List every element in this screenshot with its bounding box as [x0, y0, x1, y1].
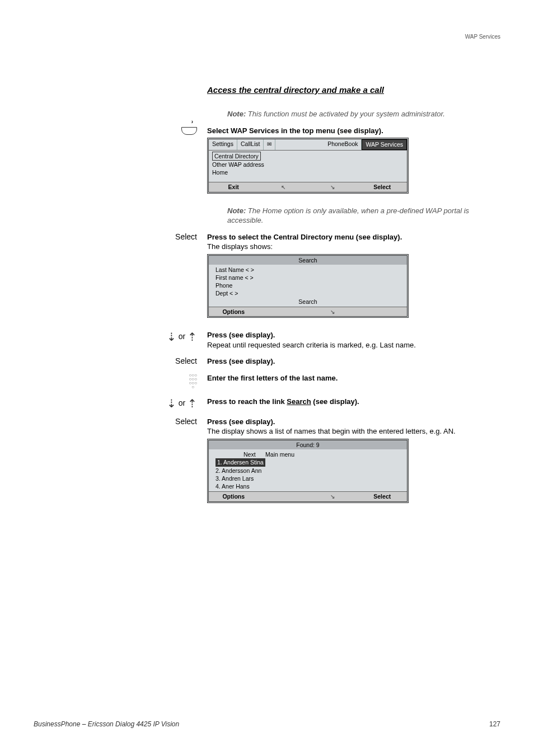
footer-page: 127 — [489, 720, 500, 728]
note-text: The Home option is only available, when … — [227, 206, 469, 225]
or-label: or — [179, 332, 185, 341]
softkey-select[interactable]: Select — [358, 492, 407, 501]
select-label: Select — [175, 417, 197, 426]
result-1[interactable]: 1. Andersen Stina — [216, 458, 265, 466]
step2-plain: The displays shows: — [207, 242, 500, 252]
keypad-icon: ○○○○○○○○○○ — [189, 373, 198, 389]
field-dept[interactable]: Dept < > — [216, 289, 400, 297]
nav-up-icon: ⇡ — [188, 330, 197, 344]
result-2[interactable]: 2. Andersson Ann — [216, 467, 400, 475]
field-firstname[interactable]: First name < > — [216, 274, 400, 281]
tab-phonebook[interactable]: PhoneBook — [324, 139, 362, 149]
result-4[interactable]: 4. Aner Hans — [216, 482, 400, 490]
display2-title: Search — [209, 256, 407, 265]
tab-wap-services[interactable]: WAP Services — [362, 139, 407, 149]
step3-plain: Repeat until requested search criteria i… — [207, 340, 500, 350]
menu-home[interactable]: Home — [212, 168, 404, 176]
tab-message-icon[interactable]: ✉ — [264, 139, 275, 149]
field-phone[interactable]: Phone — [216, 281, 400, 289]
softkey-down-icon[interactable]: ↘ — [308, 182, 358, 192]
footer-product: BusinessPhone – Ericsson Dialog 4425 IP … — [34, 720, 179, 728]
step4-bold: Press (see display). — [207, 356, 500, 367]
or-label: or — [179, 398, 185, 407]
phone-display-2: Search Last Name < > First name < > Phon… — [207, 254, 409, 318]
phone-display-1: Settings CallList ✉ PhoneBook WAP Servic… — [207, 138, 409, 193]
nav-up-icon: ⇡ — [188, 397, 197, 410]
note-text: This function must be activated by your … — [248, 110, 445, 118]
softkey-options[interactable]: Options — [209, 492, 259, 501]
phone-display-3: Found: 9 Next Main menu 1. Andersen Stin… — [207, 439, 409, 503]
softkey-down-icon[interactable]: ↘ — [308, 492, 358, 501]
step7-bold: Press (see display). — [207, 417, 500, 427]
field-lastname[interactable]: Last Name < > — [216, 266, 400, 274]
step1-instruction: Select WAP Services in the top menu (see… — [207, 126, 500, 136]
envelope-icon: ✉ — [267, 141, 271, 147]
nav-down-icon: ⇣ — [167, 397, 176, 410]
result-3[interactable]: 3. Andren Lars — [216, 475, 400, 482]
step6-bold: Press to reach the link Search (see disp… — [207, 397, 500, 407]
link-next[interactable]: Next — [243, 451, 256, 458]
tab-settings[interactable]: Settings — [209, 139, 237, 149]
select-label: Select — [175, 232, 197, 241]
nav-down-icon: ⇣ — [167, 330, 176, 344]
link-main-menu[interactable]: Main menu — [265, 451, 294, 458]
menu-other-wap[interactable]: Other WAP address — [212, 161, 404, 168]
softkey-exit[interactable]: Exit — [209, 182, 259, 192]
link-search[interactable]: Search — [216, 298, 400, 306]
display3-title: Found: 9 — [209, 440, 407, 449]
menu-central-directory[interactable]: Central Directory — [212, 152, 261, 161]
note-1: Note: This function must be activated by… — [207, 109, 500, 119]
note-2: Note: The Home option is only available,… — [207, 206, 500, 226]
softkey-select[interactable]: Select — [358, 182, 407, 192]
tab-calllist[interactable]: CallList — [237, 139, 264, 149]
softkey-options[interactable]: Options — [209, 307, 259, 317]
select-label: Select — [175, 356, 197, 365]
section-title: Access the central directory and make a … — [207, 84, 500, 96]
step3-bold: Press (see display). — [207, 330, 500, 340]
softkey-up-icon[interactable]: ↖ — [259, 182, 308, 192]
step5-bold: Enter the first letters of the last name… — [207, 373, 500, 383]
header-section: WAP Services — [34, 34, 500, 40]
softkey-down-icon[interactable]: ↘ — [308, 307, 358, 317]
display-key-icon — [181, 127, 197, 135]
note-label: Note: — [227, 206, 246, 215]
display-topbar: Settings CallList ✉ PhoneBook WAP Servic… — [209, 139, 407, 150]
step7-plain: The display shows a list of names that b… — [207, 426, 500, 436]
note-label: Note: — [227, 110, 246, 118]
step2-bold: Press to select the Central Directory me… — [207, 232, 500, 242]
